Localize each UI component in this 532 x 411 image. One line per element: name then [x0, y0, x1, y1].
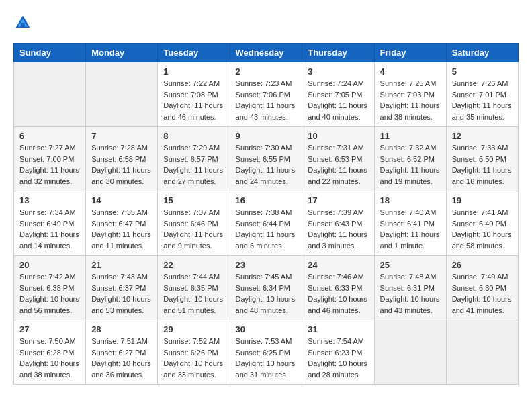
daylight-text: Daylight: 10 hours and 56 minutes. [19, 295, 79, 314]
day-number: 10 [308, 131, 368, 141]
calendar-cell: 19 Sunrise: 7:41 AM Sunset: 6:40 PM Dayl… [446, 191, 518, 256]
day-number: 17 [308, 195, 368, 205]
day-number: 16 [236, 195, 297, 205]
day-info: Sunrise: 7:29 AM Sunset: 6:57 PM Dayligh… [163, 142, 224, 187]
day-number: 4 [380, 66, 441, 77]
day-header-wednesday: Wednesday [230, 44, 302, 62]
day-header-thursday: Thursday [302, 44, 374, 62]
calendar-cell: 5 Sunrise: 7:26 AM Sunset: 7:01 PM Dayli… [446, 62, 518, 127]
sunrise-text: Sunrise: 7:31 AM [308, 144, 364, 152]
day-header-monday: Monday [86, 44, 158, 62]
calendar-cell: 12 Sunrise: 7:33 AM Sunset: 6:50 PM Dayl… [446, 127, 518, 191]
day-number: 26 [452, 260, 513, 270]
daylight-text: Daylight: 11 hours and 22 minutes. [308, 166, 367, 185]
page-header [13, 13, 519, 32]
calendar-cell [86, 62, 158, 127]
day-info: Sunrise: 7:35 AM Sunset: 6:47 PM Dayligh… [91, 207, 152, 251]
day-number: 25 [380, 260, 441, 270]
day-info: Sunrise: 7:45 AM Sunset: 6:34 PM Dayligh… [236, 271, 297, 316]
sunrise-text: Sunrise: 7:32 AM [380, 144, 437, 152]
day-header-saturday: Saturday [446, 44, 518, 62]
day-info: Sunrise: 7:42 AM Sunset: 6:38 PM Dayligh… [19, 271, 80, 316]
day-header-friday: Friday [374, 44, 446, 62]
calendar-header-row: SundayMondayTuesdayWednesdayThursdayFrid… [14, 44, 519, 62]
sunrise-text: Sunrise: 7:41 AM [452, 208, 508, 216]
calendar-cell: 1 Sunrise: 7:22 AM Sunset: 7:08 PM Dayli… [158, 62, 230, 127]
daylight-text: Daylight: 10 hours and 53 minutes. [91, 295, 151, 314]
calendar-week-row: 20 Sunrise: 7:42 AM Sunset: 6:38 PM Dayl… [14, 256, 519, 320]
day-number: 27 [19, 324, 80, 334]
calendar-cell: 23 Sunrise: 7:45 AM Sunset: 6:34 PM Dayl… [230, 256, 302, 320]
sunset-text: Sunset: 6:53 PM [308, 155, 362, 163]
sunrise-text: Sunrise: 7:30 AM [236, 144, 292, 152]
calendar-cell: 13 Sunrise: 7:34 AM Sunset: 6:49 PM Dayl… [14, 191, 86, 256]
daylight-text: Daylight: 10 hours and 43 minutes. [380, 295, 440, 314]
calendar-cell: 6 Sunrise: 7:27 AM Sunset: 7:00 PM Dayli… [14, 127, 86, 191]
calendar-cell: 24 Sunrise: 7:46 AM Sunset: 6:33 PM Dayl… [302, 256, 374, 320]
daylight-text: Daylight: 10 hours and 38 minutes. [19, 359, 79, 379]
day-number: 11 [380, 131, 441, 141]
sunset-text: Sunset: 6:38 PM [19, 284, 74, 292]
sunset-text: Sunset: 6:23 PM [308, 349, 362, 357]
daylight-text: Daylight: 10 hours and 58 minutes. [452, 230, 512, 250]
day-info: Sunrise: 7:44 AM Sunset: 6:35 PM Dayligh… [163, 271, 224, 316]
sunset-text: Sunset: 6:58 PM [91, 155, 146, 163]
sunset-text: Sunset: 6:31 PM [380, 284, 435, 292]
sunset-text: Sunset: 6:47 PM [91, 220, 146, 228]
daylight-text: Daylight: 11 hours and 30 minutes. [91, 166, 151, 185]
sunrise-text: Sunrise: 7:40 AM [380, 208, 437, 216]
day-info: Sunrise: 7:52 AM Sunset: 6:26 PM Dayligh… [163, 336, 224, 380]
sunset-text: Sunset: 7:03 PM [380, 91, 435, 99]
calendar-week-row: 13 Sunrise: 7:34 AM Sunset: 6:49 PM Dayl… [14, 191, 519, 256]
sunrise-text: Sunrise: 7:46 AM [308, 273, 364, 281]
calendar-cell: 18 Sunrise: 7:40 AM Sunset: 6:41 PM Dayl… [374, 191, 446, 256]
calendar-cell [446, 320, 518, 385]
sunset-text: Sunset: 6:46 PM [163, 220, 218, 228]
sunrise-text: Sunrise: 7:26 AM [452, 79, 508, 87]
sunset-text: Sunset: 7:05 PM [308, 91, 362, 99]
day-info: Sunrise: 7:37 AM Sunset: 6:46 PM Dayligh… [163, 207, 224, 251]
daylight-text: Daylight: 11 hours and 16 minutes. [452, 166, 512, 185]
calendar-cell: 14 Sunrise: 7:35 AM Sunset: 6:47 PM Dayl… [86, 191, 158, 256]
daylight-text: Daylight: 10 hours and 51 minutes. [163, 295, 223, 314]
day-number: 9 [236, 131, 297, 141]
day-info: Sunrise: 7:50 AM Sunset: 6:28 PM Dayligh… [19, 336, 80, 380]
day-number: 2 [236, 66, 297, 77]
calendar-cell: 9 Sunrise: 7:30 AM Sunset: 6:55 PM Dayli… [230, 127, 302, 191]
day-number: 6 [19, 131, 80, 141]
calendar-cell: 16 Sunrise: 7:38 AM Sunset: 6:44 PM Dayl… [230, 191, 302, 256]
day-number: 15 [163, 195, 224, 205]
day-number: 31 [308, 324, 368, 334]
day-info: Sunrise: 7:23 AM Sunset: 7:06 PM Dayligh… [236, 78, 297, 122]
day-info: Sunrise: 7:38 AM Sunset: 6:44 PM Dayligh… [236, 207, 297, 251]
day-number: 30 [236, 324, 297, 334]
day-number: 13 [19, 195, 80, 205]
sunset-text: Sunset: 7:08 PM [163, 91, 218, 99]
day-header-sunday: Sunday [14, 44, 86, 62]
calendar-cell: 3 Sunrise: 7:24 AM Sunset: 7:05 PM Dayli… [302, 62, 374, 127]
sunset-text: Sunset: 7:00 PM [19, 155, 74, 163]
calendar-cell: 17 Sunrise: 7:39 AM Sunset: 6:43 PM Dayl… [302, 191, 374, 256]
sunrise-text: Sunrise: 7:28 AM [91, 144, 148, 152]
calendar-cell: 20 Sunrise: 7:42 AM Sunset: 6:38 PM Dayl… [14, 256, 86, 320]
daylight-text: Daylight: 11 hours and 14 minutes. [19, 230, 79, 250]
daylight-text: Daylight: 11 hours and 24 minutes. [236, 166, 296, 185]
calendar-cell: 27 Sunrise: 7:50 AM Sunset: 6:28 PM Dayl… [14, 320, 86, 385]
sunrise-text: Sunrise: 7:51 AM [91, 337, 148, 345]
daylight-text: Daylight: 11 hours and 38 minutes. [380, 101, 440, 121]
day-header-tuesday: Tuesday [158, 44, 230, 62]
day-info: Sunrise: 7:26 AM Sunset: 7:01 PM Dayligh… [452, 78, 513, 122]
day-info: Sunrise: 7:32 AM Sunset: 6:52 PM Dayligh… [380, 142, 441, 187]
sunset-text: Sunset: 6:50 PM [452, 155, 506, 163]
sunrise-text: Sunrise: 7:49 AM [452, 273, 508, 281]
sunset-text: Sunset: 6:37 PM [91, 284, 146, 292]
sunset-text: Sunset: 6:35 PM [163, 284, 218, 292]
calendar-week-row: 27 Sunrise: 7:50 AM Sunset: 6:28 PM Dayl… [14, 320, 519, 385]
day-info: Sunrise: 7:49 AM Sunset: 6:30 PM Dayligh… [452, 271, 513, 316]
calendar-cell: 8 Sunrise: 7:29 AM Sunset: 6:57 PM Dayli… [158, 127, 230, 191]
day-info: Sunrise: 7:28 AM Sunset: 6:58 PM Dayligh… [91, 142, 152, 187]
sunrise-text: Sunrise: 7:22 AM [163, 79, 220, 87]
sunrise-text: Sunrise: 7:37 AM [163, 208, 220, 216]
day-info: Sunrise: 7:24 AM Sunset: 7:05 PM Dayligh… [308, 78, 368, 122]
sunrise-text: Sunrise: 7:34 AM [19, 208, 76, 216]
